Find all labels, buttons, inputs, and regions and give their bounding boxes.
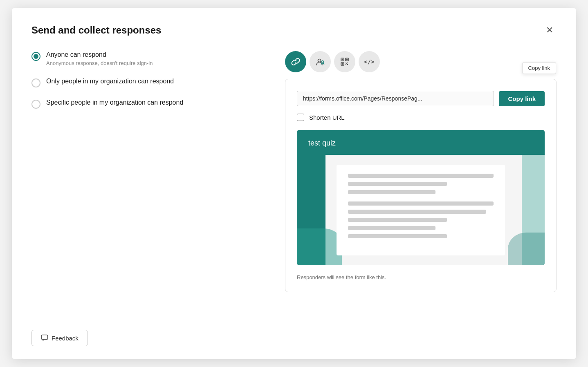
- shorten-url-row: Shorten URL: [297, 114, 545, 121]
- shorten-checkbox[interactable]: [297, 114, 304, 121]
- embed-icon: </>: [364, 58, 374, 65]
- preview-header: test quiz: [297, 130, 545, 155]
- tab-collab[interactable]: [310, 51, 331, 72]
- link-panel: Copy link Copy link Shorten URL test qui…: [285, 79, 557, 292]
- dialog-body: Anyone can respond Anonymous response, d…: [31, 51, 557, 343]
- svg-point-0: [318, 59, 321, 62]
- option-org[interactable]: Only people in my organization can respo…: [31, 78, 260, 87]
- shorten-label: Shorten URL: [309, 114, 345, 121]
- preview-content-card: [337, 165, 505, 255]
- dialog-title: Send and collect responses: [31, 25, 161, 36]
- tab-embed[interactable]: </>: [359, 51, 380, 72]
- dialog-header: Send and collect responses ✕: [31, 24, 557, 36]
- url-input[interactable]: [297, 91, 494, 106]
- svg-rect-7: [342, 63, 343, 65]
- url-row: Copy link: [297, 91, 545, 106]
- option-anyone[interactable]: Anyone can respond Anonymous response, d…: [31, 51, 260, 66]
- option-specific[interactable]: Specific people in my organization can r…: [31, 99, 260, 109]
- tab-bar: </>: [285, 51, 557, 72]
- svg-point-1: [322, 61, 324, 63]
- svg-rect-8: [346, 63, 346, 63]
- preview-line-3: [348, 190, 435, 194]
- svg-rect-13: [42, 335, 48, 340]
- link-icon: [291, 57, 300, 66]
- preview-line-1: [348, 174, 494, 178]
- wave-bottom-right: [508, 233, 545, 265]
- tab-qr[interactable]: [334, 51, 355, 72]
- option-specific-label: Specific people in my organization can r…: [46, 99, 183, 106]
- tab-link[interactable]: [285, 51, 306, 72]
- svg-rect-5: [346, 59, 348, 60]
- right-panel: </> Copy link Copy link Shorten URL: [285, 51, 557, 343]
- radio-org[interactable]: [31, 78, 40, 87]
- preview-line-8: [348, 234, 447, 238]
- feedback-icon: [41, 334, 48, 342]
- svg-rect-11: [347, 64, 348, 65]
- svg-rect-12: [346, 63, 347, 64]
- preview-line-6: [348, 218, 447, 222]
- qr-icon: [340, 57, 349, 66]
- preview-line-7: [348, 226, 435, 230]
- option-org-label: Only people in my organization can respo…: [46, 78, 174, 85]
- preview-line-4: [348, 201, 494, 206]
- feedback-button[interactable]: Feedback: [31, 330, 88, 346]
- preview-body: [297, 155, 545, 265]
- close-button[interactable]: ✕: [543, 24, 557, 36]
- preview-caption: Responders will see the form like this.: [297, 274, 545, 280]
- radio-anyone[interactable]: [31, 52, 40, 61]
- option-anyone-sublabel: Anonymous response, doesn't require sign…: [46, 60, 153, 66]
- svg-rect-3: [342, 59, 343, 60]
- preview-line-2: [348, 182, 447, 186]
- radio-specific[interactable]: [31, 100, 40, 109]
- wave-bottom-left: [297, 228, 342, 265]
- feedback-label: Feedback: [52, 335, 79, 342]
- option-anyone-label: Anyone can respond: [46, 51, 153, 58]
- left-panel: Anyone can respond Anonymous response, d…: [31, 51, 260, 343]
- svg-rect-10: [346, 64, 346, 65]
- form-preview: test quiz: [297, 130, 545, 265]
- copy-link-button[interactable]: Copy link: [499, 91, 545, 106]
- preview-form-title: test quiz: [308, 139, 336, 147]
- collab-icon: [316, 57, 325, 66]
- preview-line-5: [348, 210, 486, 214]
- svg-rect-9: [347, 63, 348, 63]
- send-collect-dialog: Send and collect responses ✕ Anyone can …: [12, 8, 576, 359]
